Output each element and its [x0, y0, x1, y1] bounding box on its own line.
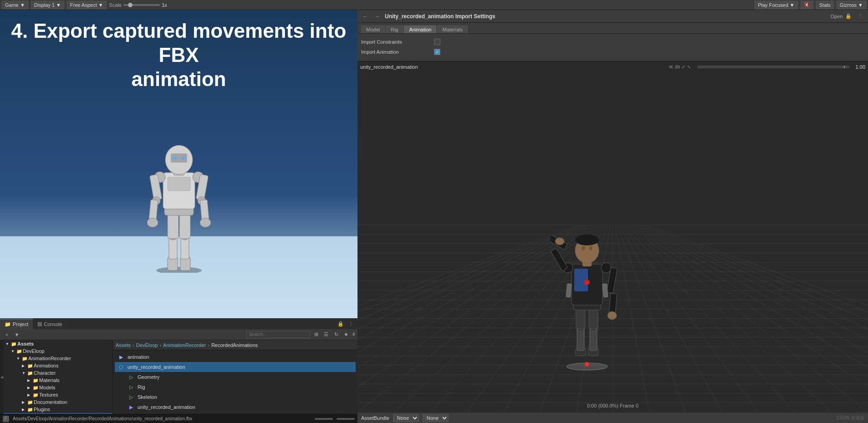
tree-arrow: ▶	[22, 408, 26, 412]
game-dropdown-icon: ▼	[20, 2, 25, 8]
tree-item-assets[interactable]: ▼ 📁 Assets	[4, 340, 112, 347]
add-button[interactable]: +	[3, 331, 11, 339]
aspect-label: Free Aspect	[70, 2, 97, 8]
svg-rect-40	[588, 269, 600, 291]
svg-rect-19	[200, 199, 209, 220]
asset-bundle-label: AssetBundle	[361, 415, 389, 421]
svg-rect-54	[566, 284, 572, 298]
constraints-checkbox[interactable]	[434, 39, 440, 45]
tab-materials[interactable]: Materials	[437, 25, 468, 33]
folder-icon: 📁	[33, 392, 38, 398]
star-icon[interactable]: ★	[342, 331, 350, 339]
tree-item-models[interactable]: ▶ 📁 Models	[4, 384, 112, 391]
tree-item-develoop[interactable]: ▼ 📁 DevEloop	[4, 347, 112, 355]
aspect-dropdown-icon: ▼	[98, 2, 103, 8]
tree-item-textures[interactable]: ▶ 📁 Textures	[4, 391, 112, 398]
file-item-rig[interactable]: ▷ Rig	[115, 382, 356, 392]
file-skeleton-icon: ▷	[128, 393, 135, 401]
stats-button[interactable]: Stats	[816, 1, 834, 9]
expand-btn[interactable]: ⤢	[682, 65, 685, 69]
file-item-unity-recorded[interactable]: ⬡ unity_recorded_animation	[115, 362, 356, 372]
scale-value: 1x	[162, 2, 167, 8]
gizmos-button[interactable]: Gizmos ▼	[837, 1, 866, 9]
file-anim2-icon: ▶	[128, 403, 135, 411]
tree-item-character[interactable]: ▼ 📁 Character	[4, 369, 112, 377]
console-icon: ▤	[37, 321, 42, 327]
add-dropdown-icon[interactable]: ▼	[13, 331, 21, 339]
clip-timeline[interactable]	[697, 66, 849, 68]
inspector-more-icon[interactable]: ⋮	[856, 12, 864, 20]
fbx-icon[interactable]: F	[3, 416, 9, 422]
setting-row-animation: Import Animation ✓	[361, 47, 864, 56]
bottom-tabs: 📁 Project ▤ Console 🔒 ⋮	[0, 318, 357, 329]
tab-console[interactable]: ▤ Console	[33, 319, 66, 330]
mute-button[interactable]: 🔇	[801, 1, 813, 9]
inspector-forward-icon[interactable]: →	[373, 12, 381, 20]
game-view: 4. Export captured movements into FBX an…	[0, 10, 357, 318]
frame-info: 0:00 (000.0%) Frame 0	[587, 403, 638, 408]
scale-track[interactable]	[123, 4, 160, 6]
2d-button[interactable]: 2D	[675, 65, 680, 69]
tree-label-materials: Materials	[39, 377, 60, 383]
tree-item-materials[interactable]: ▶ 📁 Materials	[4, 377, 112, 384]
stats-label: Stats	[819, 2, 831, 8]
clip-playhead	[844, 66, 845, 68]
tree-item-documentation[interactable]: ▶ 📁 Documentation	[4, 398, 112, 406]
sidebar-collapse[interactable]: ◀	[0, 340, 4, 414]
svg-rect-47	[609, 293, 617, 314]
animation-checkbox[interactable]: ✓	[434, 49, 440, 55]
list-icon[interactable]: ☰	[322, 331, 330, 339]
tab-project[interactable]: 📁 Project	[0, 319, 33, 330]
breadcrumb-develoop[interactable]: DevEloop	[136, 342, 158, 348]
tab-model[interactable]: Model	[361, 25, 385, 33]
file-item-geometry[interactable]: ▷ Geometry	[115, 372, 356, 382]
tree-label-develoop: DevEloop	[23, 348, 45, 354]
scale-handle[interactable]	[128, 3, 133, 7]
asset-bundle-select2[interactable]: None	[423, 414, 449, 422]
breadcrumb-animrecorder[interactable]: AnimationRecorder	[163, 342, 206, 348]
tree-item-animrecorder[interactable]: ▼ 📁 AnimationRecorder	[4, 355, 112, 362]
import-body: Import Constraints Import Animation ✓	[357, 34, 868, 61]
inspector-lock-icon[interactable]: 🔒	[844, 12, 853, 20]
file-label-skeleton: Skeleton	[138, 394, 157, 400]
folder-icon: 📁	[33, 385, 38, 390]
lock-icon[interactable]: 🔒	[337, 320, 345, 328]
aspect-menu[interactable]: Free Aspect ▼	[67, 1, 107, 9]
zoom-slider[interactable]	[315, 418, 333, 420]
inspector-header: ← → Unity_recorded_animation Import Sett…	[357, 10, 868, 23]
game-menu[interactable]: Game ▼	[2, 1, 28, 9]
file-item-animation[interactable]: ▶ animation	[115, 352, 356, 362]
svg-point-53	[589, 246, 592, 250]
project-icon: 📁	[5, 321, 11, 327]
file-label-geometry: Geometry	[138, 374, 159, 380]
display-menu[interactable]: Display 1 ▼	[31, 1, 64, 9]
ik-button[interactable]: IK	[669, 65, 673, 69]
tree-item-animations[interactable]: ▶ 📁 Animations	[4, 362, 112, 369]
file-item-unity-recorded-anim[interactable]: ▶ unity_recorded_animation	[115, 402, 356, 412]
search-input[interactable]	[246, 331, 310, 338]
zoom-slider2[interactable]	[337, 418, 355, 420]
gizmos-label: Gizmos	[840, 2, 857, 8]
tab-rig[interactable]: Rig	[386, 25, 403, 33]
breadcrumb-recordedanims[interactable]: RecordedAnimations	[211, 342, 258, 348]
play-dropdown-icon: ▼	[790, 2, 795, 8]
more-icon[interactable]: ⋮	[347, 320, 355, 328]
file-rig-icon: ▷	[128, 383, 135, 391]
clip-value: 1.00	[856, 64, 865, 70]
tab-animation[interactable]: Animation	[404, 25, 436, 33]
status-path: Assets/DevEloop/AnimationRecorder/Record…	[13, 416, 192, 421]
tree-item-plugins[interactable]: ▶ 📁 Plugins	[4, 406, 112, 413]
sync-icon[interactable]: ↻	[332, 331, 340, 339]
open-button[interactable]: Open	[832, 12, 841, 20]
breadcrumb-assets[interactable]: Assets	[116, 342, 131, 348]
viewport-overlay: 0:00 (000.0%) Frame 0	[587, 403, 638, 408]
svg-point-52	[582, 246, 585, 250]
file-item-skeleton[interactable]: ▷ Skeleton	[115, 392, 356, 402]
inspector-back-icon[interactable]: ←	[361, 12, 369, 20]
play-focused-menu[interactable]: Play Focused ▼	[755, 1, 798, 9]
grid-icon[interactable]: ⊞	[312, 331, 320, 339]
clip-name: unity_recorded_animation	[360, 64, 512, 70]
asset-bundle-select1[interactable]: None	[393, 414, 419, 422]
tab-animation-label: Animation	[409, 27, 431, 32]
collapse-btn[interactable]: ⤡	[687, 65, 691, 69]
